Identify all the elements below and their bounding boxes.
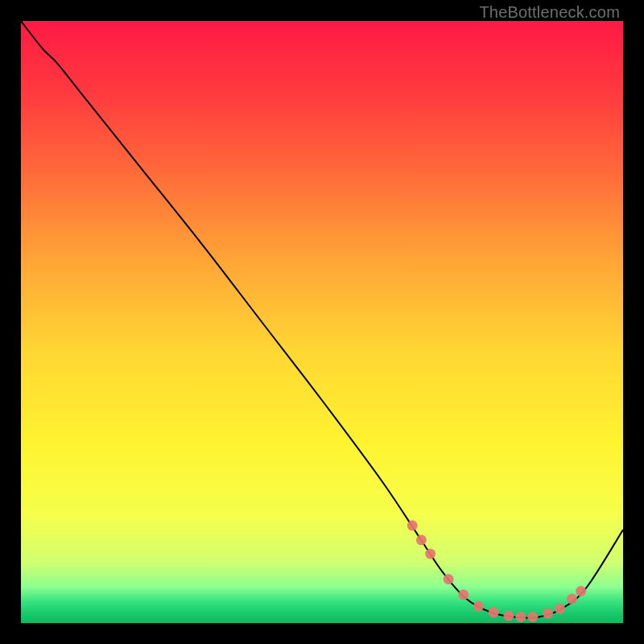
- highlight-dot: [407, 520, 418, 530]
- highlight-dot: [555, 604, 565, 614]
- highlight-dot: [458, 589, 469, 600]
- highlight-dot: [444, 574, 454, 584]
- highlight-dot: [527, 612, 538, 622]
- gradient-background: [21, 21, 623, 623]
- highlight-dot: [543, 609, 553, 619]
- highlight-dot: [567, 594, 577, 605]
- highlight-dot: [473, 601, 484, 612]
- highlight-dot: [425, 548, 436, 559]
- highlight-dot: [503, 611, 514, 621]
- chart-svg: [21, 21, 623, 623]
- attribution-label: TheBottleneck.com: [479, 3, 620, 22]
- highlight-dot: [489, 607, 499, 617]
- highlight-dot: [576, 586, 586, 597]
- chart-frame: TheBottleneck.com: [0, 0, 644, 644]
- highlight-dot: [515, 612, 526, 622]
- highlight-dot: [416, 535, 427, 545]
- plot-area: [21, 21, 623, 623]
